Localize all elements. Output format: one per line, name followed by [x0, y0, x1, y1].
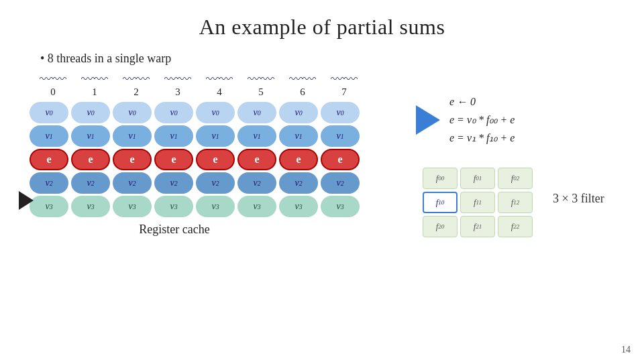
reg-cell: v2	[154, 172, 193, 194]
reg-cell: v0	[321, 102, 360, 123]
reg-cell: v0	[279, 102, 318, 123]
right-panel: e ← 0 e = v₀ * f₀₀ + e e = v₁ * f₁₀ + e …	[396, 72, 644, 237]
thread-num-5: 5	[258, 86, 264, 98]
reg-cell: v1	[321, 125, 360, 147]
thread-5: 〰〰 5	[241, 72, 280, 98]
subtitle: • 8 threads in a single warp	[40, 52, 644, 66]
filter-grid: f00 f01 f02 f10 f11 f12 f20 f21 f22	[423, 168, 533, 237]
blue-arrow-icon	[416, 105, 440, 135]
e-cell: e	[30, 149, 68, 170]
filter-cell-f00: f00	[423, 168, 458, 189]
page-title: An example of partial sums	[0, 0, 644, 40]
thread-0: 〰〰 0	[34, 72, 72, 98]
thread-num-0: 0	[50, 86, 56, 98]
spring-icon-3: 〰〰	[164, 72, 191, 86]
reg-cell: v3	[154, 196, 193, 217]
reg-cell: v3	[279, 196, 318, 217]
filter-cell-f20: f20	[423, 216, 458, 237]
thread-1: 〰〰 1	[75, 72, 114, 98]
v1-row: v1 v1 v1 v1 v1 v1 v1 v1	[30, 125, 396, 147]
register-grid: v0 v0 v0 v0 v0 v0 v0 v0 v1 v1 v1 v1 v1 v…	[30, 102, 396, 217]
thread-num-4: 4	[217, 86, 222, 98]
reg-cell: v3	[30, 196, 68, 217]
spring-icon-6: 〰〰	[289, 72, 316, 86]
spring-icon-1: 〰〰	[81, 72, 108, 86]
reg-cell: v2	[71, 172, 110, 194]
reg-cell: v3	[321, 196, 360, 217]
thread-4: 〰〰 4	[200, 72, 239, 98]
thread-num-2: 2	[133, 86, 139, 98]
e-cell: e	[321, 149, 360, 170]
reg-cell: v0	[71, 102, 110, 123]
reg-cell: v2	[196, 172, 235, 194]
reg-cell: v3	[237, 196, 276, 217]
reg-cell: v3	[196, 196, 235, 217]
v3-row: v3 v3 v3 v3 v3 v3 v3 v3	[30, 196, 396, 217]
filter-cell-f01: f01	[460, 168, 495, 189]
filter-cell-f02: f02	[498, 168, 533, 189]
spring-icon-2: 〰〰	[123, 72, 150, 86]
thread-num-3: 3	[175, 86, 180, 98]
reg-cell: v1	[154, 125, 193, 147]
reg-cell: v0	[113, 102, 152, 123]
thread-num-6: 6	[300, 86, 305, 98]
v0-row: v0 v0 v0 v0 v0 v0 v0 v0	[30, 102, 396, 123]
e-cell: e	[196, 149, 235, 170]
threads-row: 〰〰 0 〰〰 1 〰〰 2 〰〰 3 〰〰 4 〰〰 5	[34, 72, 396, 98]
reg-cell: v1	[113, 125, 152, 147]
filter-label: 3 × 3 filter	[553, 192, 604, 205]
reg-cell: v2	[321, 172, 360, 194]
page-number: 14	[621, 345, 631, 355]
formula-line-3: e = v₁ * f₁₀ + e	[449, 129, 515, 147]
e-cell: e	[279, 149, 318, 170]
e-cell: e	[113, 149, 152, 170]
thread-num-7: 7	[341, 86, 347, 98]
reg-cell: v1	[71, 125, 110, 147]
reg-cell: v2	[279, 172, 318, 194]
spring-icon-5: 〰〰	[248, 72, 274, 86]
thread-num-1: 1	[92, 86, 97, 98]
spring-icon-7: 〰〰	[331, 72, 358, 86]
formula-line-2: e = v₀ * f₀₀ + e	[449, 111, 515, 129]
reg-cell: v1	[279, 125, 318, 147]
e-cell: e	[237, 149, 276, 170]
reg-cell: v2	[237, 172, 276, 194]
thread-7: 〰〰 7	[325, 72, 364, 98]
reg-cell: v0	[196, 102, 235, 123]
filter-cell-f12: f12	[498, 192, 533, 213]
reg-cell: v0	[154, 102, 193, 123]
spring-icon-4: 〰〰	[206, 72, 233, 86]
reg-cell: v2	[113, 172, 152, 194]
reg-cell: v2	[30, 172, 68, 194]
e-cell: e	[154, 149, 193, 170]
thread-2: 〰〰 2	[117, 72, 156, 98]
thread-3: 〰〰 3	[158, 72, 197, 98]
v2-row: v2 v2 v2 v2 v2 v2 v2 v2	[30, 172, 396, 194]
reg-cell: v1	[30, 125, 68, 147]
register-cache-label: Register cache	[47, 223, 302, 237]
reg-cell: v1	[196, 125, 235, 147]
filter-section: f00 f01 f02 f10 f11 f12 f20 f21 f22	[423, 168, 533, 237]
formula-block: e ← 0 e = v₀ * f₀₀ + e e = v₁ * f₁₀ + e	[449, 93, 515, 147]
left-panel: 〰〰 0 〰〰 1 〰〰 2 〰〰 3 〰〰 4 〰〰 5	[20, 72, 396, 237]
e-cell: e	[71, 149, 110, 170]
reg-cell: v0	[30, 102, 68, 123]
e-row-arrow-icon	[19, 191, 34, 210]
filter-cell-f10: f10	[423, 192, 458, 213]
e-row: e e e e e e e e	[30, 149, 396, 170]
thread-6: 〰〰 6	[283, 72, 322, 98]
spring-icon-0: 〰〰	[40, 72, 66, 86]
reg-cell: v3	[71, 196, 110, 217]
reg-cell: v1	[237, 125, 276, 147]
formula-line-1: e ← 0	[449, 93, 515, 111]
reg-cell: v3	[113, 196, 152, 217]
filter-cell-f21: f21	[460, 216, 495, 237]
filter-cell-f22: f22	[498, 216, 533, 237]
reg-cell: v0	[237, 102, 276, 123]
filter-cell-f11: f11	[460, 192, 495, 213]
